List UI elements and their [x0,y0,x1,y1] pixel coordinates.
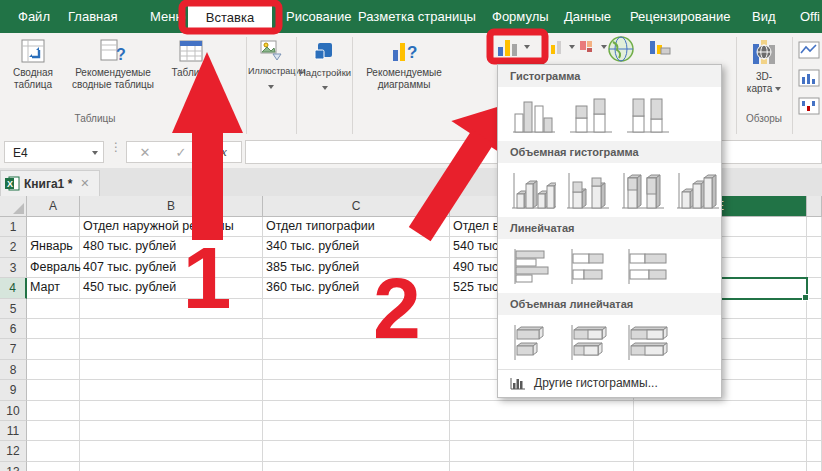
cell-B1[interactable]: Отдел наружной рекламы [80,217,263,237]
cell-C6[interactable] [263,319,450,339]
close-icon[interactable]: ✕ [80,177,89,190]
cell-B11[interactable] [80,421,263,441]
cell-E12[interactable] [634,441,807,461]
row-header-10[interactable]: 10 [0,401,27,421]
ribbon-tab-Разметка страницы[interactable]: Разметка страницы [358,0,476,33]
enter-icon[interactable]: ✓ [176,145,187,160]
cell-D10[interactable] [450,401,634,421]
sparkline-line-button[interactable] [798,41,820,59]
sparkline-winloss-button[interactable] [798,97,820,115]
ribbon-tab-Данные[interactable]: Данные [564,0,611,33]
chart-type-stacked-column-100[interactable] [624,93,672,137]
insert-pivot-chart-button[interactable] [648,38,672,56]
ribbon-tab-Вид[interactable]: Вид [752,0,776,33]
ribbon-tab-Меню[interactable]: Меню [150,0,185,33]
cell-B9[interactable] [80,380,263,400]
addins-button[interactable]: Надстройки [299,38,351,94]
chart-type-column-3d-stacked[interactable] [565,169,611,213]
chart-type-stacked-bar-100[interactable] [624,245,672,289]
cell-C3[interactable]: 385 тыс. рублей [263,258,450,278]
cell-C4[interactable]: 360 тыс. рублей [263,278,450,298]
cell-A7[interactable] [27,339,80,359]
ribbon-tab-Главная[interactable]: Главная [68,0,117,33]
cell-A1[interactable] [27,217,80,237]
recommended-pivot-button[interactable]: ? Рекомендуемые сводные таблицы [62,38,164,91]
chart-type-stacked-bar[interactable] [567,245,615,289]
cell-E10[interactable] [634,401,807,421]
cell-C12[interactable] [263,441,450,461]
cell-F11[interactable] [807,421,822,441]
chart-type-clustered-bar[interactable] [510,245,558,289]
cell-A9[interactable] [27,380,80,400]
cell-F10[interactable] [807,401,822,421]
ribbon-tab-Рецензирование[interactable]: Рецензирование [630,0,730,33]
cancel-icon[interactable]: ✕ [140,145,151,160]
row-header-12[interactable]: 12 [0,441,27,461]
cell-C13[interactable] [263,462,450,471]
row-header-8[interactable]: 8 [0,360,27,380]
cell-F7[interactable] [807,339,822,359]
column-header-F[interactable] [807,196,822,217]
name-box[interactable]: E4 [4,141,104,163]
pivot-table-button[interactable]: Сводная таблица [4,38,62,91]
formula-bar-handle[interactable]: ⋮ [110,143,122,152]
cell-B13[interactable] [80,462,263,471]
select-all-corner[interactable] [0,196,27,217]
insert-column-chart-button[interactable] [496,37,530,57]
row-header-3[interactable]: 3 [0,258,27,278]
insert-map-chart-button[interactable] [606,35,636,63]
insert-hierarchy-chart-button[interactable] [579,39,607,55]
row-header-6[interactable]: 6 [0,319,27,339]
cell-C11[interactable] [263,421,450,441]
cell-B4[interactable]: 450 тыс. рублей [80,278,263,298]
cell-B12[interactable] [80,441,263,461]
cell-C7[interactable] [263,339,450,359]
illustrations-button[interactable]: Иллюстрации [248,38,294,92]
table-button[interactable]: Таблица [166,38,216,79]
chart-type-stacked-column[interactable] [567,93,615,137]
cell-B8[interactable] [80,360,263,380]
cell-F9[interactable] [807,380,822,400]
column-header-C[interactable]: C [263,196,450,217]
row-header-4[interactable]: 4 [0,278,27,298]
name-box-dropdown-icon[interactable] [92,151,98,155]
chart-type-clustered-column[interactable] [510,93,558,137]
cell-F4[interactable] [807,278,822,298]
sparkline-column-button[interactable] [798,69,820,87]
chart-type-column-3d-stacked-100[interactable] [620,169,666,213]
cell-A2[interactable]: Январь [27,237,80,257]
chart-type-bar-3d-stacked[interactable] [567,321,615,365]
cell-C1[interactable]: Отдел типографии [263,217,450,237]
cell-A12[interactable] [27,441,80,461]
document-tab[interactable]: X Книга1 * ✕ [0,170,100,196]
cell-A4[interactable]: Март [27,278,80,298]
cell-D11[interactable] [450,421,634,441]
more-histograms-item[interactable]: Другие гистограммы... [498,369,721,396]
cell-F2[interactable] [807,237,822,257]
cell-D13[interactable] [450,462,634,471]
cell-B3[interactable]: 407 тыс. рублей [80,258,263,278]
ribbon-tab-Вставка[interactable]: Вставка [188,3,272,33]
cell-B6[interactable] [80,319,263,339]
cell-E11[interactable] [634,421,807,441]
ribbon-tab-Формулы[interactable]: Формулы [492,0,549,33]
column-header-B[interactable]: B [80,196,263,217]
cell-F3[interactable] [807,258,822,278]
cell-B5[interactable] [80,299,263,319]
ribbon-tab-Файл[interactable]: Файл [18,0,50,33]
cell-E13[interactable] [634,462,807,471]
cell-A8[interactable] [27,360,80,380]
cell-F5[interactable] [807,299,822,319]
chart-type-column-3d-clustered[interactable] [510,169,556,213]
recommended-charts-button[interactable]: ? Рекомендуемые диаграммы [358,38,450,91]
fill-handle[interactable] [802,294,809,301]
row-header-5[interactable]: 5 [0,299,27,319]
insert-function-button[interactable]: fx [202,141,242,163]
cell-F12[interactable] [807,441,822,461]
cell-C5[interactable] [263,299,450,319]
cell-B10[interactable] [80,401,263,421]
cell-A11[interactable] [27,421,80,441]
row-header-7[interactable]: 7 [0,339,27,359]
column-header-A[interactable]: A [27,196,80,217]
chart-type-column-3d[interactable] [675,169,721,213]
